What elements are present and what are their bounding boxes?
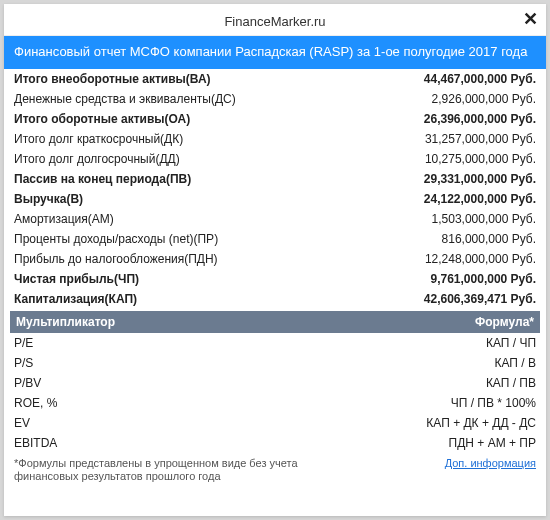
financial-row: Амортизация(АМ)1,503,000,000 Руб. bbox=[14, 209, 536, 229]
multiple-name: ROE, % bbox=[14, 396, 57, 410]
financial-row: Чистая прибыль(ЧП)9,761,000,000 Руб. bbox=[14, 269, 536, 289]
financial-value: 1,503,000,000 Руб. bbox=[432, 212, 536, 226]
multiple-row: P/SКАП / В bbox=[14, 353, 536, 373]
financial-row: Выручка(В)24,122,000,000 Руб. bbox=[14, 189, 536, 209]
financial-row: Итого долг краткосрочный(ДК)31,257,000,0… bbox=[14, 129, 536, 149]
financial-value: 42,606,369,471 Руб. bbox=[424, 292, 536, 306]
financial-label: Итого долг краткосрочный(ДК) bbox=[14, 132, 183, 146]
financial-value: 12,248,000,000 Руб. bbox=[425, 252, 536, 266]
financial-value: 10,275,000,000 Руб. bbox=[425, 152, 536, 166]
financial-row: Итого оборотные активы(ОА)26,396,000,000… bbox=[14, 109, 536, 129]
report-title-banner: Финансовый отчет МСФО компании Распадска… bbox=[4, 36, 546, 69]
financial-value: 31,257,000,000 Руб. bbox=[425, 132, 536, 146]
multiple-name: EV bbox=[14, 416, 30, 430]
financial-value: 9,761,000,000 Руб. bbox=[431, 272, 537, 286]
multiple-name: P/BV bbox=[14, 376, 41, 390]
report-body: Итого внеоборотные активы(ВА)44,467,000,… bbox=[4, 69, 546, 516]
multiple-row: P/BVКАП / ПВ bbox=[14, 373, 536, 393]
multiples-section-header: Мультипликатор Формула* bbox=[10, 311, 540, 333]
financial-label: Прибыль до налогообложения(ПДН) bbox=[14, 252, 218, 266]
financial-value: 44,467,000,000 Руб. bbox=[424, 72, 536, 86]
financial-label: Проценты доходы/расходы (net)(ПР) bbox=[14, 232, 218, 246]
financial-value: 2,926,000,000 Руб. bbox=[432, 92, 536, 106]
financial-label: Выручка(В) bbox=[14, 192, 83, 206]
financial-row: Пассив на конец периода(ПВ)29,331,000,00… bbox=[14, 169, 536, 189]
multiple-formula: ЧП / ПВ * 100% bbox=[451, 396, 536, 410]
financial-value: 29,331,000,000 Руб. bbox=[424, 172, 536, 186]
formula-footnote: *Формулы представлены в упрощенном виде … bbox=[14, 457, 334, 483]
multiple-formula: КАП + ДК + ДД - ДС bbox=[426, 416, 536, 430]
financial-label: Пассив на конец периода(ПВ) bbox=[14, 172, 191, 186]
multiple-formula: КАП / В bbox=[495, 356, 537, 370]
site-title: FinanceMarker.ru bbox=[224, 14, 325, 29]
close-icon[interactable]: ✕ bbox=[523, 10, 538, 28]
financial-row: Итого долг долгосрочный(ДД)10,275,000,00… bbox=[14, 149, 536, 169]
financial-row: Прибыль до налогообложения(ПДН)12,248,00… bbox=[14, 249, 536, 269]
modal-header: FinanceMarker.ru ✕ bbox=[4, 4, 546, 36]
multiple-name: EBITDA bbox=[14, 436, 57, 450]
financial-value: 26,396,000,000 Руб. bbox=[424, 112, 536, 126]
financial-row: Денежные средства и эквиваленты(ДС)2,926… bbox=[14, 89, 536, 109]
multiple-row: ROE, %ЧП / ПВ * 100% bbox=[14, 393, 536, 413]
multiples-header-left: Мультипликатор bbox=[16, 315, 115, 329]
financial-label: Итого долг долгосрочный(ДД) bbox=[14, 152, 180, 166]
financial-value: 24,122,000,000 Руб. bbox=[424, 192, 536, 206]
multiple-row: EVКАП + ДК + ДД - ДС bbox=[14, 413, 536, 433]
financial-label: Капитализация(КАП) bbox=[14, 292, 137, 306]
multiple-name: P/E bbox=[14, 336, 33, 350]
financial-row: Итого внеоборотные активы(ВА)44,467,000,… bbox=[14, 69, 536, 89]
financial-row: Капитализация(КАП)42,606,369,471 Руб. bbox=[14, 289, 536, 309]
more-info-link[interactable]: Доп. информация bbox=[445, 457, 536, 469]
financial-value: 816,000,000 Руб. bbox=[442, 232, 536, 246]
financial-label: Денежные средства и эквиваленты(ДС) bbox=[14, 92, 236, 106]
multiple-row: P/EКАП / ЧП bbox=[14, 333, 536, 353]
multiple-formula: ПДН + АМ + ПР bbox=[449, 436, 536, 450]
financial-label: Чистая прибыль(ЧП) bbox=[14, 272, 139, 286]
financial-label: Итого оборотные активы(ОА) bbox=[14, 112, 190, 126]
multiple-formula: КАП / ПВ bbox=[486, 376, 536, 390]
financial-label: Амортизация(АМ) bbox=[14, 212, 114, 226]
modal-window: FinanceMarker.ru ✕ Финансовый отчет МСФО… bbox=[4, 4, 546, 516]
multiples-header-right: Формула* bbox=[475, 315, 534, 329]
footer-row: *Формулы представлены в упрощенном виде … bbox=[14, 457, 536, 483]
financial-label: Итого внеоборотные активы(ВА) bbox=[14, 72, 211, 86]
financial-row: Проценты доходы/расходы (net)(ПР)816,000… bbox=[14, 229, 536, 249]
multiple-name: P/S bbox=[14, 356, 33, 370]
multiple-formula: КАП / ЧП bbox=[486, 336, 536, 350]
multiple-row: EBITDAПДН + АМ + ПР bbox=[14, 433, 536, 453]
